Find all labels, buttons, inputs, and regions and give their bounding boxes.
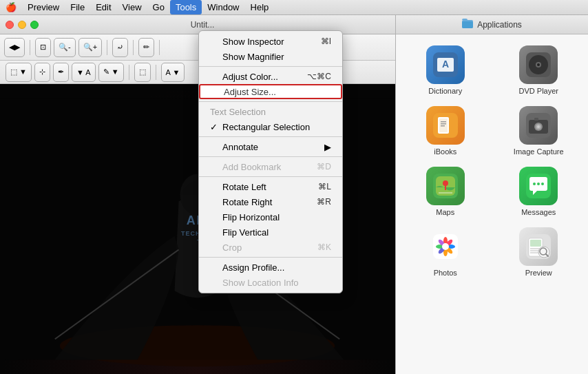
svg-rect-6: [462, 21, 473, 28]
app-dictionary[interactable]: A Dictionary: [401, 45, 490, 95]
finder-sidebar: Applications A Dictionary: [396, 15, 588, 374]
ibooks-icon: [426, 106, 465, 145]
svg-point-13: [537, 63, 540, 66]
minimize-button[interactable]: [18, 21, 26, 29]
menu-flip-vertical[interactable]: Flip Vertical: [199, 225, 342, 240]
dropdown-overlay: Show Inspector ⌘I Show Magnifier Adjust …: [0, 30, 395, 374]
app-maps[interactable]: Maps: [401, 167, 490, 216]
window-title: Untit...: [43, 20, 362, 30]
apple-menu[interactable]: 🍎: [0, 0, 22, 14]
menu-rotate-right[interactable]: Rotate Right ⌘R: [199, 194, 342, 209]
svg-rect-17: [441, 121, 446, 123]
app-preview[interactable]: Preview: [495, 227, 583, 277]
messages-label: Messages: [521, 208, 556, 216]
photos-svg: [433, 234, 458, 259]
menu-view[interactable]: View: [117, 0, 147, 14]
menu-text-selection: Text Selection: [199, 104, 342, 119]
menu-sep-3: [199, 136, 342, 137]
dvd-svg: [526, 52, 551, 77]
menu-flip-horizontal[interactable]: Flip Horizontal: [199, 209, 342, 225]
dictionary-label: Dictionary: [428, 87, 462, 95]
svg-point-24: [537, 125, 540, 128]
photos-icon: [426, 227, 465, 266]
imagecapture-label: Image Capture: [514, 147, 564, 156]
svg-rect-19: [441, 125, 445, 127]
preview-window: Untit... ◀▶ ⊡ 🔍- 🔍+ ⤾ ✏ ⬚ ▼ ⊹: [0, 15, 396, 374]
finder-titlebar-icon: [462, 18, 473, 31]
app-ibooks[interactable]: iBooks: [401, 106, 490, 156]
finder-title: Applications: [477, 20, 522, 30]
svg-rect-18: [441, 123, 446, 125]
messages-icon: [519, 167, 558, 205]
app-messages[interactable]: Messages: [495, 167, 583, 216]
menu-file[interactable]: File: [65, 0, 90, 14]
preview-label: Preview: [525, 269, 552, 277]
svg-rect-47: [530, 250, 538, 251]
maximize-button[interactable]: [30, 21, 39, 29]
ibooks-label: iBooks: [434, 147, 456, 156]
menu-preview[interactable]: Preview: [22, 0, 65, 14]
svg-point-42: [442, 243, 449, 250]
menu-crop: Crop ⌘K: [199, 240, 342, 255]
dvd-icon: [519, 45, 558, 84]
menu-help[interactable]: Help: [245, 0, 275, 14]
menu-sep-4: [199, 156, 342, 157]
app-photos[interactable]: Photos: [401, 227, 490, 277]
svg-text:A: A: [442, 59, 449, 70]
dictionary-svg: A: [433, 52, 458, 77]
menu-show-location: Show Location Info: [199, 275, 342, 290]
window-area: Untit... ◀▶ ⊡ 🔍- 🔍+ ⤾ ✏ ⬚ ▼ ⊹: [0, 15, 588, 374]
menu-show-magnifier[interactable]: Show Magnifier: [199, 49, 342, 64]
app-dvd-player[interactable]: DVD Player: [495, 45, 583, 95]
app-image-capture[interactable]: Image Capture: [495, 106, 583, 156]
preview-icon: [519, 227, 558, 266]
imagecapture-icon: [519, 106, 558, 145]
svg-point-28: [443, 180, 448, 186]
apple-icon: 🍎: [6, 2, 17, 12]
menu-rotate-left[interactable]: Rotate Left ⌘L: [199, 179, 342, 194]
svg-rect-45: [530, 240, 541, 247]
menu-sep-6: [199, 257, 342, 258]
maps-label: Maps: [436, 208, 454, 216]
folder-icon: [462, 18, 473, 29]
close-button[interactable]: [6, 21, 14, 29]
dictionary-icon: A: [426, 45, 465, 84]
menu-sep-5: [199, 176, 342, 177]
finder-titlebar: Applications: [396, 15, 588, 34]
ibooks-svg: [433, 113, 458, 138]
menu-window[interactable]: Window: [202, 0, 244, 14]
maps-svg: [433, 174, 458, 198]
menu-adjust-color[interactable]: Adjust Color... ⌥⌘C: [199, 69, 342, 84]
menu-annotate[interactable]: Annotate ▶: [199, 139, 342, 154]
tools-dropdown-menu: Show Inspector ⌘I Show Magnifier Adjust …: [198, 30, 343, 293]
menu-sep-1: [199, 66, 342, 67]
dvd-label: DVD Player: [519, 87, 558, 95]
menu-tools[interactable]: Tools: [170, 0, 202, 14]
menu-rectangular-selection[interactable]: ✓ Rectangular Selection: [199, 119, 342, 134]
menu-go[interactable]: Go: [147, 0, 170, 14]
messages-svg: [526, 174, 551, 198]
maps-icon: [426, 167, 465, 205]
app-grid: A Dictionary DVD Player: [396, 34, 588, 288]
svg-point-31: [537, 183, 540, 185]
menu-show-inspector[interactable]: Show Inspector ⌘I: [199, 34, 342, 49]
svg-point-32: [541, 183, 544, 185]
menu-adjust-size[interactable]: Adjust Size...: [199, 84, 342, 99]
menu-add-bookmark: Add Bookmark ⌘D: [199, 159, 342, 174]
svg-point-30: [533, 183, 536, 185]
menu-assign-profile[interactable]: Assign Profile...: [199, 260, 342, 275]
menu-edit[interactable]: Edit: [90, 0, 116, 14]
menu-sep-2: [199, 101, 342, 102]
imagecapture-svg: [526, 113, 551, 138]
menu-bar: 🍎 Preview File Edit View Go Tools Window…: [0, 0, 588, 15]
photos-label: Photos: [434, 269, 457, 277]
preview-svg: [526, 234, 551, 259]
svg-rect-25: [534, 118, 538, 121]
